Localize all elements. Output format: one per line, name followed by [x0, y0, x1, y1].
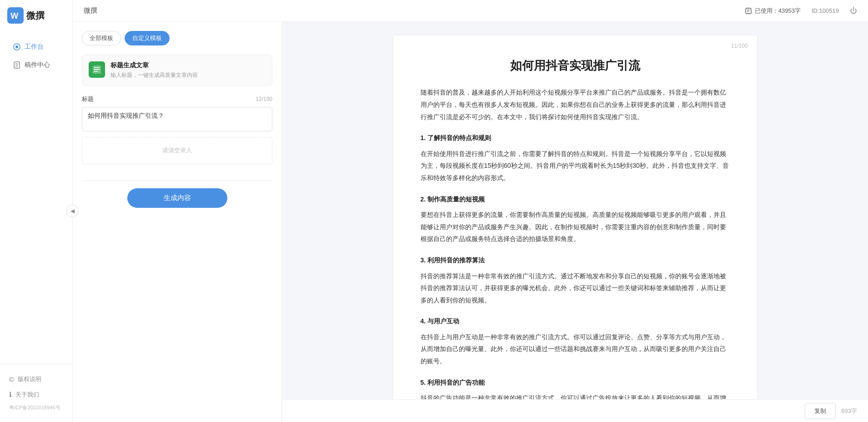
divider: [82, 181, 272, 181]
article-body: 随着抖音的普及，越来越多的人开始利用这个短视频分享平台来推广自己的产品或服务。抖…: [421, 86, 730, 399]
svg-rect-8: [746, 8, 751, 14]
logo-icon: W: [7, 7, 24, 24]
article-paper: 11/100 如何用抖音实现推广引流 随着抖音的普及，越来越多的人开始利用这个短…: [393, 35, 757, 399]
article-para-1: 在开始使用抖音进行推广引流之前，你需要了解抖音的特点和规则。抖音是一个短视频分享…: [421, 148, 730, 184]
sidebar-item-drafts-label: 稿件中心: [25, 61, 50, 69]
main: 微撰 已使用：43953字 ID:100519 ⏻ 全部模板 自定义模板: [73, 0, 868, 422]
power-button[interactable]: ⏻: [850, 7, 857, 15]
article-para-2: 要想在抖音上获得更多的流量，你需要制作高质量的短视频。高质量的短视频能够吸引更多…: [421, 209, 730, 245]
template-desc: 输入标题，一键生成高质量文章内容: [110, 71, 198, 79]
article-heading-5: 5. 利用抖音的广告功能: [421, 377, 730, 389]
article-footer: 复制 693字: [282, 399, 868, 422]
article-heading-1: 1. 了解抖音的特点和规则: [421, 132, 730, 144]
collapse-sidebar-button[interactable]: ◀: [66, 205, 79, 217]
article-heading-3: 3. 利用抖音的推荐算法: [421, 254, 730, 266]
left-panel: 全部模板 自定义模板 标题生成文章 输入标题，一键生成高质量文章内容 标题 12…: [73, 22, 282, 422]
svg-text:W: W: [10, 11, 18, 20]
footer-copyright-label: 版权说明: [18, 375, 41, 383]
page-indicator: 11/100: [731, 43, 748, 49]
template-name: 标题生成文章: [110, 61, 198, 70]
sidebar-footer: © 版权说明 ℹ 关于我们 粤ICP备2022016946号: [0, 364, 72, 422]
topbar: 微撰 已使用：43953字 ID:100519 ⏻: [73, 0, 868, 22]
sidebar-nav: 工作台 稿件中心: [0, 33, 72, 364]
title-input[interactable]: 如何用抖音实现推广引流？: [82, 107, 272, 131]
template-card[interactable]: 标题生成文章 输入标题，一键生成高质量文章内容: [82, 55, 272, 86]
info-icon: ℹ: [9, 391, 12, 399]
article-para-3: 抖音的推荐算法是一种非常有效的推广引流方式。通过不断地发布和分享自己的短视频，你…: [421, 270, 730, 306]
tab-custom-templates[interactable]: 自定义模板: [125, 31, 170, 45]
article-title: 如何用抖音实现推广引流: [421, 57, 730, 74]
sidebar-item-drafts[interactable]: 稿件中心: [4, 56, 69, 74]
word-count: 693字: [841, 407, 857, 415]
right-panel: 11/100 如何用抖音实现推广引流 随着抖音的普及，越来越多的人开始利用这个短…: [282, 22, 868, 422]
form-placeholder-area[interactable]: 请清空录入: [82, 137, 272, 164]
logo-text: 微撰: [26, 10, 45, 22]
copyright-icon: ©: [9, 376, 14, 383]
generate-button[interactable]: 生成内容: [127, 188, 227, 208]
usage-text: 已使用：43953字: [755, 7, 801, 15]
tab-all-templates[interactable]: 全部模板: [82, 31, 121, 45]
footer-about[interactable]: ℹ 关于我们: [0, 387, 72, 402]
copy-button[interactable]: 复制: [805, 403, 836, 419]
article-para-4: 在抖音上与用户互动是一种非常有效的推广引流方式。你可以通过回复评论、点赞、分享等…: [421, 331, 730, 367]
article-container[interactable]: 11/100 如何用抖音实现推广引流 随着抖音的普及，越来越多的人开始利用这个短…: [282, 22, 868, 399]
template-card-icon: [89, 61, 105, 78]
usage-icon: [745, 7, 752, 15]
svg-point-3: [15, 45, 18, 48]
topbar-usage: 已使用：43953字: [745, 7, 801, 15]
sidebar-item-workbench-label: 工作台: [25, 43, 44, 51]
topbar-right: 已使用：43953字 ID:100519 ⏻: [745, 7, 857, 15]
drafts-icon: [13, 61, 21, 69]
topbar-id: ID:100519: [812, 7, 839, 14]
template-tabs: 全部模板 自定义模板: [82, 31, 272, 45]
icp-text: 粤ICP备2022016946号: [0, 402, 72, 415]
sidebar: W 微撰 工作台 稿件中心 © 版权说明 ℹ 关于我们 粤ICP备2022016…: [0, 0, 73, 422]
sidebar-item-workbench[interactable]: 工作台: [4, 38, 69, 55]
article-para-5: 抖音的广告功能是一种非常有效的推广引流方式。你可以通过广告投放来让更多的人看到你…: [421, 392, 730, 399]
content-area: 全部模板 自定义模板 标题生成文章 输入标题，一键生成高质量文章内容 标题 12…: [73, 22, 868, 422]
footer-about-label: 关于我们: [15, 391, 39, 399]
article-heading-2: 2. 制作高质量的短视频: [421, 193, 730, 206]
footer-copyright[interactable]: © 版权说明: [0, 372, 72, 387]
form-title-count: 12/100: [256, 96, 272, 102]
article-heading-4: 4. 与用户互动: [421, 315, 730, 327]
logo: W 微撰: [0, 0, 72, 33]
form-title-label: 标题 12/100: [82, 95, 272, 103]
template-info: 标题生成文章 输入标题，一键生成高质量文章内容: [110, 61, 198, 79]
workbench-icon: [13, 43, 21, 51]
topbar-title: 微撰: [84, 6, 97, 15]
article-para-intro: 随着抖音的普及，越来越多的人开始利用这个短视频分享平台来推广自己的产品或服务。抖…: [421, 86, 730, 123]
